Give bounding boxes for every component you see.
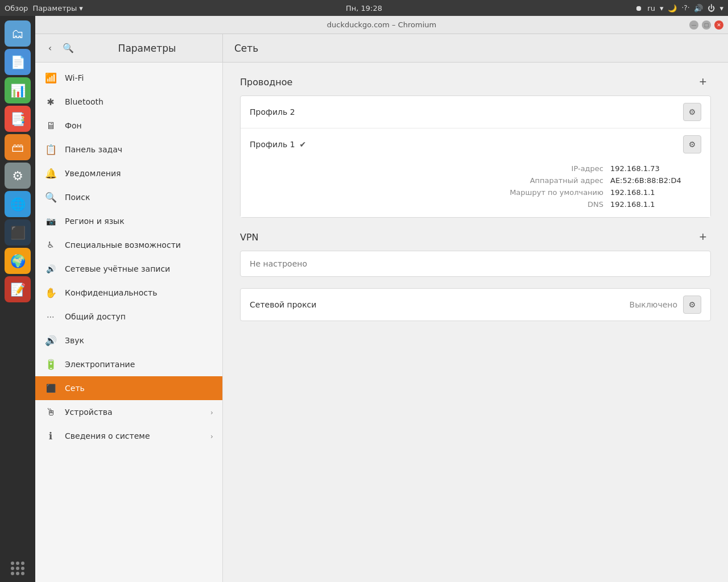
proxy-settings-button[interactable]: ⚙ (683, 296, 701, 314)
sidebar-label-background: Фон (65, 121, 213, 130)
settings-body: 📶 Wi-Fi ✱ Bluetooth 🖥 Фон 📋 Панель задач (35, 63, 728, 582)
proxy-row: Сетевой прокси Выключено ⚙ (241, 289, 710, 321)
notifications-icon: 🔔 (44, 168, 57, 179)
terminal-dock-icon[interactable]: ⬛ (5, 219, 31, 246)
network-title: Сеть (234, 43, 258, 54)
search-nav-icon: 🔍 (44, 192, 57, 203)
window-minimize-button[interactable]: — (689, 20, 698, 30)
power-icon: ⏻ (708, 4, 715, 13)
gateway-value: 192.168.1.1 (610, 188, 701, 197)
sidebar-label-network: Сеть (65, 384, 213, 393)
main-window: duckduckgo.com – Chromium — □ ✕ ‹ 🔍 Пара… (35, 16, 728, 582)
wired-section: Проводное + Профиль 2 ⚙ (240, 74, 711, 218)
accessibility-icon: ♿ (44, 240, 57, 250)
params-arrow-icon: ▾ (79, 4, 83, 13)
sidebar-item-network[interactable]: ⬛ Сеть (35, 376, 222, 400)
mac-label: Аппаратный адрес (530, 176, 603, 185)
sidebar-label-search: Поиск (65, 193, 213, 202)
overview-button[interactable]: Обзор (5, 4, 28, 13)
notes-dock-icon[interactable]: 📝 (5, 276, 31, 302)
sidebar-item-notifications[interactable]: 🔔 Уведомления (35, 161, 222, 185)
calc-dock-icon[interactable]: 📊 (5, 77, 31, 103)
wired-profiles-card: Профиль 2 ⚙ Профиль 1 ✔ ⚙ (240, 95, 711, 218)
settings-window: ‹ 🔍 Параметры Сеть 📶 Wi-Fi ✱ (35, 34, 728, 582)
vpn-section-header: VPN + (240, 229, 711, 245)
vpn-section: VPN + Не настроено (240, 229, 711, 277)
dns-row: DNS 192.168.1.1 (250, 198, 701, 210)
search-icon: 🔍 (63, 43, 74, 53)
dns-value: 192.168.1.1 (610, 200, 701, 209)
gateway-row: Маршрут по умолчанию 192.168.1.1 (250, 186, 701, 198)
moon-icon: 🌙 (668, 4, 677, 13)
params-menu-button[interactable]: Параметры ▾ (32, 4, 82, 13)
sidebar-item-wifi[interactable]: 📶 Wi-Fi (35, 66, 222, 90)
sidebar-item-sound[interactable]: 🔊 Звук (35, 329, 222, 352)
sidebar-item-privacy[interactable]: ✋ Конфиденциальность (35, 281, 222, 305)
mac-address-row: Аппаратный адрес AE:52:6B:88:B2:D4 (250, 174, 701, 186)
sharing-icon: ⋯ (44, 312, 57, 321)
sidebar-item-devices[interactable]: 🖱 Устройства › (35, 400, 222, 424)
content-header: Сеть (223, 34, 728, 62)
files-dock-icon[interactable]: 🗂 (5, 20, 31, 47)
sidebar-label-sound: Звук (65, 336, 213, 345)
params-label: Параметры (32, 4, 77, 13)
writer-dock-icon[interactable]: 📄 (5, 49, 31, 75)
profile1-check-icon: ✔ (300, 140, 307, 149)
sidebar-item-accounts[interactable]: 🔊 Сетевые учётные записи (35, 257, 222, 281)
window-maximize-button[interactable]: □ (702, 20, 711, 30)
sidebar-item-search[interactable]: 🔍 Поиск (35, 185, 222, 209)
ip-label: IP-адрес (572, 164, 603, 173)
back-button[interactable]: ‹ (42, 40, 58, 56)
app-grid-button[interactable] (11, 562, 24, 575)
wifi-icon: 📶 (44, 72, 57, 84)
privacy-icon: ✋ (44, 287, 57, 298)
power-nav-icon: 🔋 (44, 359, 57, 370)
proxy-label: Сетевой прокси (250, 300, 630, 309)
bluetooth-icon: ✱ (44, 97, 57, 107)
chromium-title: duckduckgo.com – Chromium (327, 20, 436, 29)
sidebar-item-background[interactable]: 🖥 Фон (35, 114, 222, 138)
devices-arrow-icon: › (210, 408, 213, 417)
sysinfo-icon: ℹ (44, 430, 57, 442)
sidebar-item-accessibility[interactable]: ♿ Специальные возможности (35, 233, 222, 257)
impress-dock-icon[interactable]: 📑 (5, 106, 31, 132)
proxy-section: Сетевой прокси Выключено ⚙ (240, 288, 711, 321)
manager-dock-icon[interactable]: 🗃 (5, 134, 31, 160)
sidebar-label-region: Регион и язык (65, 217, 213, 226)
help-icon: ·?· (681, 4, 689, 12)
gateway-label: Маршрут по умолчанию (510, 188, 603, 197)
settings-title: Параметры (78, 43, 216, 54)
lang-arrow-icon: ▾ (660, 4, 664, 13)
volume-icon: 🔊 (694, 4, 703, 13)
vpn-card: Не настроено (240, 251, 711, 277)
sidebar-label-accounts: Сетевые учётные записи (65, 264, 213, 273)
lang-label[interactable]: ru (647, 4, 655, 13)
wired-title: Проводное (240, 77, 292, 88)
sysinfo-arrow-icon: › (210, 432, 213, 440)
window-close-button[interactable]: ✕ (714, 20, 723, 30)
profile1-name: Профиль 1 ✔ (250, 140, 683, 149)
earth-dock-icon[interactable]: 🌍 (5, 248, 31, 274)
sidebar-item-sharing[interactable]: ⋯ Общий доступ (35, 305, 222, 329)
sidebar-header: ‹ 🔍 Параметры (35, 34, 223, 62)
add-vpn-button[interactable]: + (695, 229, 711, 245)
add-wired-button[interactable]: + (695, 74, 711, 90)
profile1-settings-button[interactable]: ⚙ (683, 135, 701, 153)
sidebar-label-privacy: Конфиденциальность (65, 288, 213, 297)
sidebar-label-devices: Устройства (65, 408, 202, 417)
sidebar-item-taskbar[interactable]: 📋 Панель задач (35, 138, 222, 161)
sidebar-item-power[interactable]: 🔋 Электропитание (35, 352, 222, 376)
proxy-status: Выключено (630, 300, 677, 309)
sidebar-item-region[interactable]: 📷 Регион и язык (35, 209, 222, 233)
sidebar-item-bluetooth[interactable]: ✱ Bluetooth (35, 90, 222, 114)
profile2-name: Профиль 2 (250, 107, 683, 117)
power-arrow-icon: ▾ (719, 4, 723, 13)
browser-dock-icon[interactable]: 🌐 (5, 191, 31, 217)
devices-icon: 🖱 (44, 406, 57, 418)
settings-dock-icon[interactable]: ⚙ (5, 163, 31, 189)
profile2-settings-button[interactable]: ⚙ (683, 103, 701, 121)
sidebar-item-sysinfo[interactable]: ℹ Сведения о системе › (35, 424, 222, 448)
ip-address-row: IP-адрес 192.168.1.73 (250, 163, 701, 174)
sidebar-label-notifications: Уведомления (65, 169, 213, 178)
network-icon: ⬛ (44, 384, 57, 393)
